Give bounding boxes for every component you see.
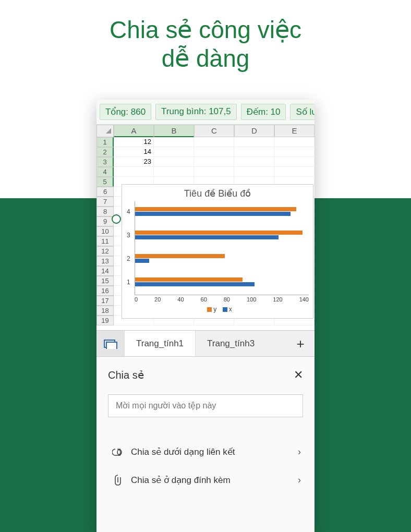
row-header[interactable]: 19 [96, 316, 114, 325]
share-panel: Chia sẻ ✕ Chia sẻ dưới dạng liên kết › C… [96, 356, 315, 532]
sheet-tab-3[interactable]: Trang_tính3 [196, 331, 266, 356]
link-icon [110, 448, 126, 456]
stat-count[interactable]: Đếm: 10 [241, 104, 286, 120]
cell[interactable] [194, 147, 234, 157]
row-header[interactable]: 17 [96, 296, 114, 306]
cell[interactable] [114, 167, 154, 177]
chart-title: Tiêu đề Biểu đồ [122, 185, 313, 201]
share-as-attachment-option[interactable]: Chia sẻ ở dạng đính kèm › [108, 466, 303, 494]
row-header[interactable]: 16 [96, 286, 114, 296]
row-header[interactable]: 5 [96, 177, 114, 187]
row-header[interactable]: 9 [96, 216, 114, 226]
legend-swatch-y [207, 307, 212, 312]
chart-x-axis: 020406080100120140 [135, 295, 309, 303]
cell[interactable]: 23 [114, 157, 154, 167]
cell[interactable] [274, 167, 315, 177]
chart-plot-area: 1234 [135, 201, 309, 295]
share-as-attachment-label: Chia sẻ ở dạng đính kèm [126, 475, 298, 486]
cell[interactable] [234, 147, 274, 157]
column-headers: A B C D E [96, 125, 315, 137]
col-header-B[interactable]: B [154, 125, 194, 137]
stat-more[interactable]: Số lư [290, 104, 315, 120]
stat-sum[interactable]: Tổng: 860 [100, 104, 151, 120]
stat-average[interactable]: Trung bình: 107,5 [155, 104, 237, 120]
row-header[interactable]: 6 [96, 187, 114, 197]
selection-handle[interactable] [112, 214, 121, 224]
row-header[interactable]: 3 [96, 157, 114, 167]
row-header[interactable]: 4 [96, 167, 114, 177]
row-header[interactable]: 18 [96, 306, 114, 316]
cell[interactable] [194, 167, 234, 177]
legend-swatch-x [223, 307, 227, 312]
cell[interactable] [194, 157, 234, 167]
select-all-corner[interactable] [96, 125, 114, 137]
attachment-icon [110, 474, 126, 486]
col-header-D[interactable]: D [234, 125, 274, 137]
sheets-overview-button[interactable] [96, 331, 125, 356]
col-header-E[interactable]: E [274, 125, 315, 137]
row-header[interactable]: 11 [96, 236, 114, 246]
row-header[interactable]: 14 [96, 266, 114, 276]
row-header[interactable]: 10 [96, 226, 114, 236]
sheet-tab-1[interactable]: Trang_tính1 [125, 331, 196, 356]
row-header[interactable]: 15 [96, 276, 114, 286]
row-header[interactable]: 7 [96, 197, 114, 207]
cell[interactable] [194, 137, 234, 147]
app-screenshot: Tổng: 860 Trung bình: 107,5 Đếm: 10 Số l… [96, 100, 315, 532]
share-as-link-option[interactable]: Chia sẻ dưới dạng liên kết › [108, 438, 303, 466]
chart-legend: y x [122, 306, 313, 313]
cell[interactable] [274, 157, 315, 167]
embedded-chart[interactable]: Tiêu đề Biểu đồ 1234 020406080100120140 … [122, 184, 313, 319]
row-header[interactable]: 13 [96, 256, 114, 266]
cell[interactable] [154, 147, 194, 157]
cell[interactable]: 12 [114, 137, 154, 147]
chevron-right-icon: › [298, 475, 301, 486]
svg-rect-1 [106, 342, 117, 349]
col-header-A[interactable]: A [114, 125, 154, 137]
legend-label-y: y [213, 306, 216, 313]
headline-line2: dễ dàng [162, 45, 250, 72]
row-header[interactable]: 2 [96, 147, 114, 157]
invite-people-input[interactable] [108, 394, 303, 417]
legend-label-x: x [229, 306, 232, 313]
cell[interactable] [154, 167, 194, 177]
row-header[interactable]: 1 [96, 137, 114, 147]
cell[interactable]: 14 [114, 147, 154, 157]
marketing-headline: Chia sẻ công việc dễ dàng [0, 0, 411, 73]
cell[interactable] [234, 167, 274, 177]
row-header[interactable]: 12 [96, 246, 114, 256]
headline-line1: Chia sẻ công việc [110, 16, 301, 43]
col-header-C[interactable]: C [194, 125, 234, 137]
cell[interactable] [234, 157, 274, 167]
row-header[interactable]: 8 [96, 207, 114, 216]
cell[interactable] [274, 147, 315, 157]
selection-stats-bar: Tổng: 860 Trung bình: 107,5 Đếm: 10 Số l… [96, 100, 315, 125]
sheet-tabs-bar: Trang_tính1 Trang_tính3 + [96, 330, 315, 356]
share-panel-title: Chia sẻ [108, 369, 144, 381]
chevron-right-icon: › [298, 446, 301, 457]
cell[interactable] [154, 157, 194, 167]
close-icon[interactable]: ✕ [294, 368, 303, 382]
cell[interactable] [234, 137, 274, 147]
cell[interactable] [274, 137, 315, 147]
cell[interactable] [154, 137, 194, 147]
share-as-link-label: Chia sẻ dưới dạng liên kết [126, 446, 298, 457]
spreadsheet-grid[interactable]: A B C D E 112 214 323 4 5 6 7 8 9 10 11 … [96, 125, 315, 330]
add-sheet-button[interactable]: + [286, 331, 315, 356]
